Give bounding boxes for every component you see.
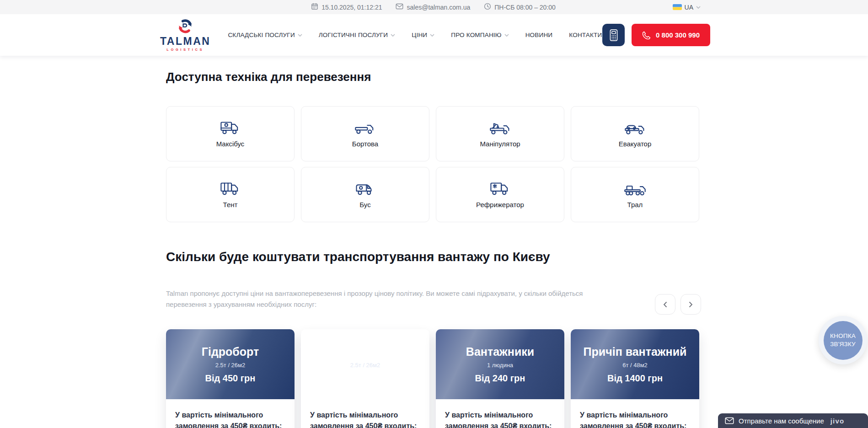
pricing-card-note: У вартість мінімального замовлення за 45… [166,399,295,428]
vehicle-card-label: Максібус [216,140,245,148]
carousel-navigation [655,294,701,315]
vehicle-grid: Максібус Бортова Маніпулятор Евакуатор Т… [166,106,701,222]
pricing-card-title: Гідроборт [202,345,259,358]
carousel-next-button[interactable] [680,294,701,315]
chat-message-text: Отправьте нам сообщение [739,417,824,425]
vehicle-card-label: Бортова [352,140,378,148]
vehicles-section-title: Доступна техніка для перевезення [166,70,371,84]
pricing-card-note: У вартість мінімального замовлення за 45… [301,399,429,428]
chevron-left-icon [663,301,667,308]
nav-item-0[interactable]: СКЛАДСЬКІ ПОСЛУГИ [228,32,302,38]
vehicle-card-label: Тент [223,201,238,209]
pricing-description: Talman пропонує доступні ціни на вантажо… [166,288,587,310]
logo-title: TALMAN [160,36,210,47]
pricing-card-price: Від 620 грн [340,373,391,384]
chevron-down-icon [430,34,434,37]
pricing-card: Гідроборт 2.5т / 26м2 Від 450 грн У варт… [166,329,295,428]
chat-brand-logo: jivo [830,417,845,425]
tow-truck-icon [623,120,647,137]
envelope-icon [396,3,403,11]
pricing-grid: Гідроборт 2.5т / 26м2 Від 450 грн У варт… [166,329,701,428]
top-info-bar: 15.10.2025, 01:12:21 sales@talman.com.ua… [0,0,868,14]
vehicle-card-label: Маніпулятор [480,140,520,148]
logo[interactable]: TALMAN LOGISTICS [160,18,210,52]
vehicle-card[interactable]: Тент [166,167,295,222]
pricing-card-price: Від 450 грн [205,373,256,384]
logo-arrows-icon [176,18,194,36]
datetime-display: 15.10.2025, 01:12:21 [311,3,382,11]
chevron-down-icon [696,6,701,9]
pricing-card-header: Причіп вантажний 6т / 48м2 Від 1400 грн [571,329,699,399]
vehicle-card[interactable]: Рефрижератор [436,167,564,222]
pricing-card-header: Максібус 2.5т / 26м2 Від 620 грн [301,329,429,399]
email-text: sales@talman.com.ua [407,4,470,11]
main-menu: СКЛАДСЬКІ ПОСЛУГИ ЛОГІСТИЧНІ ПОСЛУГИ ЦІН… [228,32,602,38]
email-link[interactable]: sales@talman.com.ua [396,3,470,11]
phone-number: 0 800 300 990 [656,31,700,39]
callback-button[interactable]: КНОПКАЗВ'ЯЗКУ [819,316,867,364]
logo-subtitle: LOGISTICS [166,48,204,52]
chat-envelope-icon [725,417,734,424]
pricing-card-title: Максібус [340,345,390,358]
fridge-truck-icon [488,181,512,198]
vehicle-card[interactable]: Евакуатор [571,106,699,161]
tent-truck-icon [219,181,242,198]
vehicle-card-label: Бус [359,201,370,209]
working-hours: ПН-СБ 08:00 – 20:00 [484,3,556,11]
datetime-text: 15.10.2025, 01:12:21 [321,4,382,11]
ua-flag-icon [673,4,682,10]
nav-item-3[interactable]: ПРО КОМПАНІЮ [451,32,509,38]
nav-item-2[interactable]: ЦІНИ [412,32,434,38]
van-truck-icon [354,181,377,198]
nav-item-1[interactable]: ЛОГІСТИЧНІ ПОСЛУГИ [319,32,395,38]
nav-item-5[interactable]: КОНТАКТИ [569,32,602,38]
chat-widget-bar[interactable]: Отправьте нам сообщение jivo [718,413,868,428]
calendar-icon [311,3,318,11]
main-navbar: TALMAN LOGISTICS СКЛАДСЬКІ ПОСЛУГИ ЛОГІС… [0,14,868,56]
language-selector[interactable]: UA [673,0,701,14]
vehicle-card-label: Рефрижератор [476,201,524,209]
calculator-icon [608,28,620,42]
pricing-card-spec: 2.5т / 26м2 [215,362,246,369]
pricing-card-title: Вантажники [466,345,534,358]
carousel-prev-button[interactable] [655,294,675,315]
phone-button[interactable]: 0 800 300 990 [632,24,710,46]
nav-item-4[interactable]: НОВИНИ [525,32,553,38]
vehicle-card[interactable]: Бус [301,167,429,222]
crane-truck-icon [488,120,512,137]
trailer-truck-icon [623,181,647,198]
pricing-card-title: Причіп вантажний [584,345,687,358]
pricing-card-spec: 2.5т / 26м2 [350,362,380,369]
chevron-down-icon [504,34,509,37]
pricing-card: Максібус 2.5т / 26м2 Від 620 грн У варті… [301,329,429,428]
chevron-down-icon [391,34,395,37]
clock-icon [484,3,491,11]
flatbed-truck-icon [354,120,377,137]
vehicle-card[interactable]: Маніпулятор [436,106,564,161]
pricing-card-note: У вартість мінімального замовлення за 45… [436,399,564,428]
hours-text: ПН-СБ 08:00 – 20:00 [494,4,556,11]
pricing-card-header: Гідроборт 2.5т / 26м2 Від 450 грн [166,329,295,399]
calculator-button[interactable] [602,24,625,46]
pricing-card-spec: 1 людина [487,362,513,369]
box-truck-icon [219,120,242,137]
pricing-card-price: Від 240 грн [475,373,525,384]
chevron-down-icon [298,34,302,37]
vehicle-card-label: Евакуатор [619,140,652,148]
vehicle-card[interactable]: Максібус [166,106,295,161]
pricing-card: Причіп вантажний 6т / 48м2 Від 1400 грн … [571,329,699,428]
pricing-card: Вантажники 1 людина Від 240 грн У вартіс… [436,329,564,428]
phone-icon [642,31,651,39]
pricing-card-note: У вартість мінімального замовлення за 45… [571,399,699,428]
pricing-section-title: Скільки буде коштувати транспортування в… [166,250,550,264]
chevron-right-icon [689,301,693,308]
pricing-card-price: Від 1400 грн [607,373,663,384]
pricing-card-spec: 6т / 48м2 [622,362,648,369]
vehicle-card[interactable]: Бортова [301,106,429,161]
vehicle-card[interactable]: Трал [571,167,699,222]
language-code: UA [685,4,693,11]
callback-button-label: КНОПКАЗВ'ЯЗКУ [824,321,863,360]
vehicle-card-label: Трал [627,201,643,209]
pricing-card-header: Вантажники 1 людина Від 240 грн [436,329,564,399]
